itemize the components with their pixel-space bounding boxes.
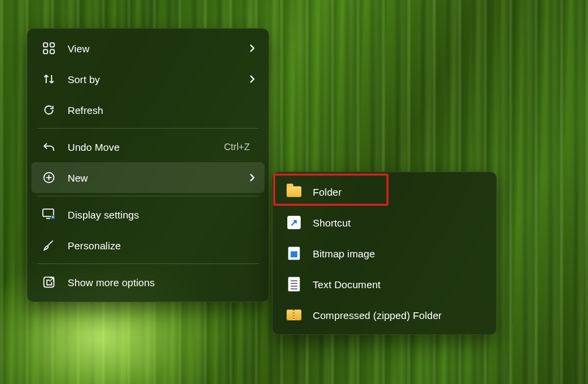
shortcut-icon: ↗	[286, 216, 302, 229]
brush-icon	[41, 239, 57, 251]
svg-rect-3	[50, 50, 54, 54]
submenu-item-shortcut[interactable]: ↗ Shortcut	[277, 207, 492, 238]
menu-separator	[37, 263, 259, 264]
show-more-icon	[41, 276, 57, 288]
desktop-context-menu: View Sort by Refresh	[27, 28, 269, 302]
display-settings-icon	[41, 208, 57, 220]
menu-label: Refresh	[68, 105, 255, 116]
text-document-icon	[286, 277, 302, 292]
menu-item-sort[interactable]: Sort by	[31, 64, 265, 94]
svg-rect-0	[44, 43, 48, 47]
menu-item-view[interactable]: View	[31, 33, 265, 64]
menu-label: Personalize	[68, 240, 255, 251]
submenu-item-text[interactable]: Text Document	[277, 269, 492, 300]
menu-label: New	[68, 172, 248, 184]
zip-folder-icon	[286, 310, 302, 320]
chevron-right-icon	[248, 173, 255, 182]
submenu-item-folder[interactable]: Folder	[277, 176, 492, 207]
menu-label: Undo Move	[68, 141, 224, 153]
menu-item-new[interactable]: New	[31, 162, 265, 193]
menu-item-display-settings[interactable]: Display settings	[31, 199, 265, 230]
svg-rect-2	[44, 50, 48, 54]
menu-label: Text Document	[313, 279, 483, 290]
menu-label: Shortcut	[313, 217, 483, 229]
menu-shortcut: Ctrl+Z	[224, 141, 250, 152]
submenu-item-zip[interactable]: Compressed (zipped) Folder	[277, 300, 492, 330]
undo-icon	[41, 141, 57, 153]
chevron-right-icon	[248, 44, 255, 53]
submenu-item-bitmap[interactable]: Bitmap image	[277, 238, 492, 269]
refresh-icon	[41, 104, 57, 116]
menu-label: Bitmap image	[313, 248, 483, 259]
svg-rect-1	[50, 43, 54, 47]
menu-label: Display settings	[68, 209, 255, 220]
chevron-right-icon	[248, 74, 255, 84]
menu-label: Show more options	[68, 277, 255, 288]
plus-circle-icon	[41, 172, 57, 184]
grid-icon	[41, 42, 57, 54]
menu-label: View	[68, 43, 248, 54]
menu-label: Compressed (zipped) Folder	[313, 310, 483, 321]
menu-item-refresh[interactable]: Refresh	[31, 94, 265, 125]
folder-icon	[286, 186, 302, 197]
menu-item-personalize[interactable]: Personalize	[31, 230, 265, 261]
menu-separator	[37, 128, 259, 129]
menu-item-undo[interactable]: Undo Move Ctrl+Z	[31, 131, 265, 162]
menu-label: Folder	[313, 186, 483, 198]
sort-icon	[41, 73, 57, 85]
menu-item-show-more[interactable]: Show more options	[31, 267, 265, 298]
new-submenu: Folder ↗ Shortcut Bitmap image Text Docu…	[272, 172, 497, 335]
menu-separator	[37, 196, 259, 196]
menu-label: Sort by	[68, 74, 248, 85]
bitmap-icon	[286, 247, 302, 260]
